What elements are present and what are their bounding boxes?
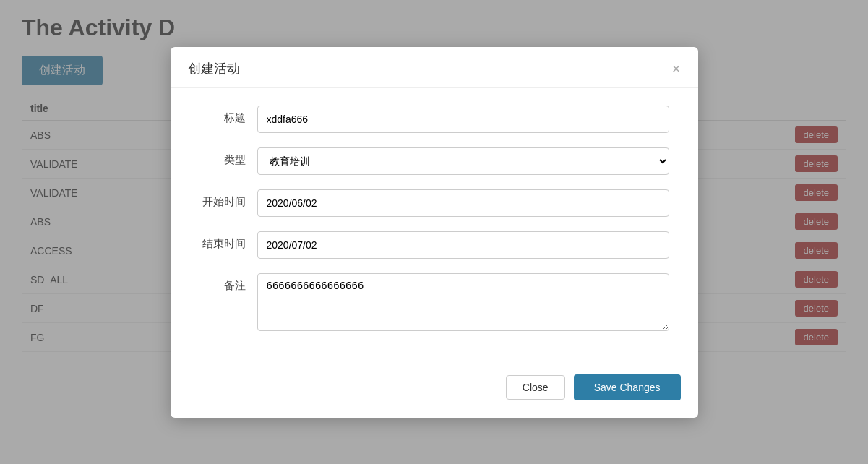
end-input[interactable]: [257, 231, 669, 259]
field-note-row: 备注 6666666666666666: [199, 273, 669, 331]
start-label: 开始时间: [199, 189, 257, 209]
create-activity-modal: 创建活动 × 标题 类型 教育培训 体育运动 文化艺术 其他 开始: [171, 47, 698, 418]
close-button[interactable]: Close: [506, 375, 565, 400]
note-textarea[interactable]: 6666666666666666: [257, 273, 669, 331]
save-changes-button[interactable]: Save Changes: [574, 374, 681, 400]
field-start-row: 开始时间: [199, 189, 669, 217]
title-input[interactable]: [257, 106, 669, 133]
type-label: 类型: [199, 147, 257, 167]
modal-body: 标题 类型 教育培训 体育运动 文化艺术 其他 开始时间 结束时间: [171, 88, 698, 363]
type-select[interactable]: 教育培训 体育运动 文化艺术 其他: [257, 147, 669, 175]
field-title-row: 标题: [199, 106, 669, 133]
modal-close-button[interactable]: ×: [672, 61, 681, 76]
title-label: 标题: [199, 106, 257, 125]
modal-header: 创建活动 ×: [171, 47, 698, 88]
field-type-row: 类型 教育培训 体育运动 文化艺术 其他: [199, 147, 669, 175]
start-input[interactable]: [257, 189, 669, 217]
field-end-row: 结束时间: [199, 231, 669, 259]
note-label: 备注: [199, 273, 257, 293]
modal-overlay: 创建活动 × 标题 类型 教育培训 体育运动 文化艺术 其他 开始: [0, 0, 868, 464]
end-label: 结束时间: [199, 231, 257, 251]
modal-footer: Close Save Changes: [171, 363, 698, 418]
modal-title: 创建活动: [188, 60, 240, 77]
